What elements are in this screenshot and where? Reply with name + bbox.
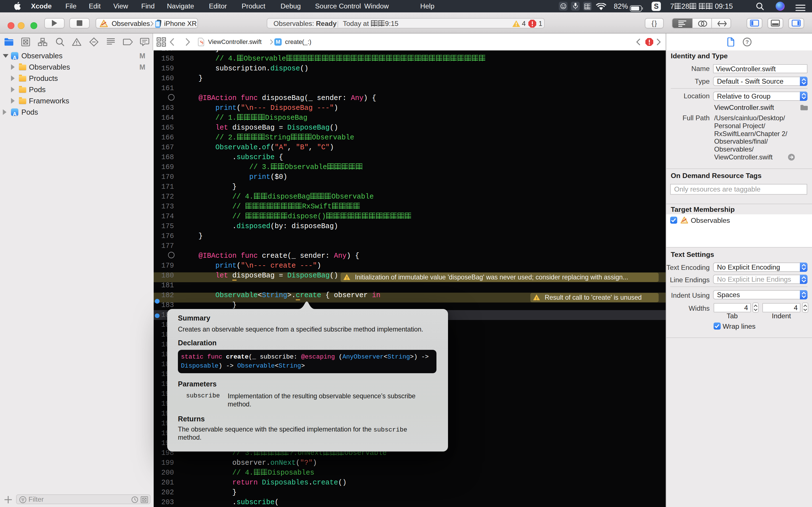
svg-text:?: ? bbox=[746, 39, 749, 45]
